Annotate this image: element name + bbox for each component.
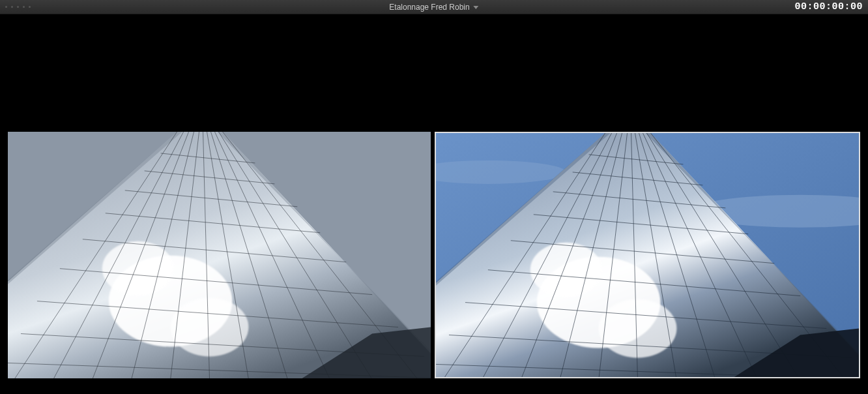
- svg-point-35: [530, 243, 602, 297]
- dot-icon: [11, 6, 13, 8]
- project-title-label: Etalonnage Fred Robin: [389, 3, 469, 12]
- chevron-down-icon: [474, 6, 479, 9]
- dot-icon: [17, 6, 19, 8]
- graded-image: [436, 133, 859, 378]
- svg-point-5: [102, 241, 174, 296]
- dot-icon: [5, 6, 7, 8]
- source-image: [8, 132, 431, 378]
- viewer-area: [0, 14, 868, 394]
- svg-point-6: [171, 298, 249, 357]
- source-viewer[interactable]: [8, 132, 431, 378]
- dual-viewer: [8, 132, 860, 378]
- window-controls[interactable]: [5, 6, 31, 8]
- svg-point-36: [599, 299, 677, 358]
- dot-icon: [23, 6, 25, 8]
- timecode-display: 00:00:00:00: [794, 1, 863, 12]
- project-title-dropdown[interactable]: Etalonnage Fred Robin: [389, 3, 478, 12]
- dot-icon: [29, 6, 31, 8]
- titlebar: Etalonnage Fred Robin 00:00:00:00: [0, 0, 868, 14]
- graded-viewer[interactable]: [435, 132, 860, 378]
